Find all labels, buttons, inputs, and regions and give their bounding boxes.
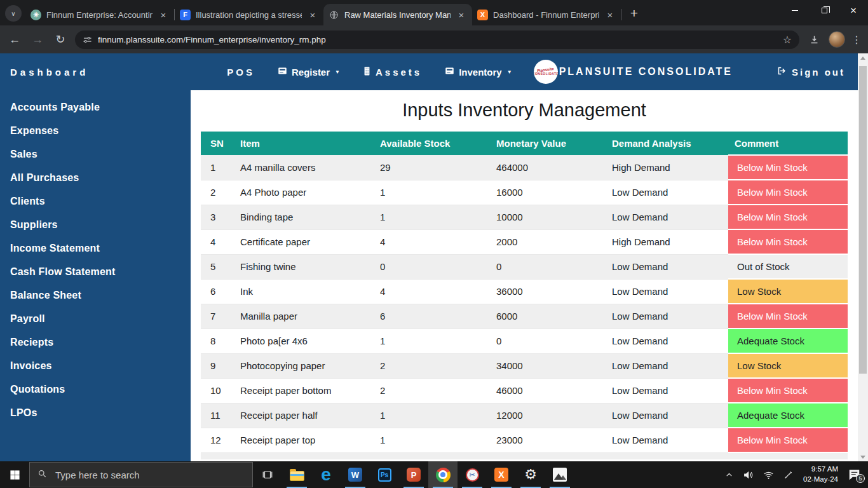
taskbar-app-snipping[interactable]: ✂ [458,461,487,488]
taskbar-app-xampp[interactable]: X [487,461,516,488]
nav-link-inventory[interactable]: Inventory▼ [445,66,512,78]
tab-close-icon[interactable]: × [604,9,616,20]
sidebar-item-accounts-payable[interactable]: Accounts Payable [0,95,191,119]
search-input[interactable] [54,469,245,481]
sidebar-item-sales[interactable]: Sales [0,142,191,166]
web-page: Dashboard POSRegister▼AssetsInventory▼ P… [0,53,868,461]
cell-item: Receipt paper half [234,403,374,428]
sidebar-item-quotations[interactable]: Quotations [0,377,191,401]
sidebar-item-payroll[interactable]: Payroll [0,307,191,330]
sidebar-item-cash-flow-statement[interactable]: Cash Flow Statement [0,260,191,283]
sidebar-item-invoices[interactable]: Invoices [0,354,191,377]
notification-center-icon[interactable]: 5 [848,468,862,481]
nav-link-register[interactable]: Register▼ [278,66,340,78]
explorer-icon [290,471,304,481]
browser-tab[interactable]: XDashboard - Finnum Enterprise× [472,4,621,25]
taskbar-app-explorer[interactable] [282,461,311,488]
register-icon [278,66,287,78]
taskbar-apps: eWPsP✂X⚙ [282,461,574,488]
tray-clock[interactable]: 9:57 AM 02-May-24 [803,464,838,484]
url-text[interactable]: finnum.planssuite.com/Finnum_enterprise/… [98,35,777,44]
taskbar-app-photoshop[interactable]: Ps [370,461,399,488]
cell-comment-status: Below Min Stock [728,155,848,180]
sidebar-item-reciepts[interactable]: Reciepts [0,330,191,354]
cell-comment-status: Below Min Stock [728,304,848,329]
sidebar-item-suppliers[interactable]: Suppliers [0,213,191,236]
scroll-down-arrow[interactable] [858,452,868,461]
profile-avatar[interactable] [829,31,845,48]
cell-monetary-value: 0 [490,329,606,353]
cell-sn: 11 [201,403,234,428]
tab-close-icon[interactable]: × [456,9,467,20]
browser-menu-icon[interactable]: ⋮ [851,34,862,46]
cell-item: Photocopying paper [234,353,374,378]
browser-tab[interactable]: ✳Finnum Enterprise: Accounting× [25,4,174,25]
tab-close-icon[interactable]: × [158,9,169,20]
minimize-button[interactable] [780,0,810,20]
sidebar-item-income-statement[interactable]: Income Statement [0,236,191,260]
tray-chevron-up-icon[interactable] [725,471,733,479]
sidebar-item-clients[interactable]: Clients [0,189,191,213]
new-tab-button[interactable]: + [625,4,643,22]
cell-comment-status: Below Min Stock [728,180,848,205]
brand[interactable]: Plansuite CONSOLIDATE PLANSUITE CONSOLID… [534,60,733,84]
taskbar-app-settings[interactable]: ⚙ [516,461,545,488]
bookmark-star-icon[interactable]: ☆ [783,34,792,46]
cell-demand-analysis: Low Demand [606,378,728,403]
nav-dashboard-link[interactable]: Dashboard [10,67,88,78]
taskbar-app-word[interactable]: W [341,461,370,488]
sidebar-item-lpos[interactable]: LPOs [0,401,191,424]
cell-available-stock: 1 [374,403,490,428]
cell-available-stock: 2 [374,353,490,378]
sign-out-button[interactable]: Sign out [777,66,845,78]
download-icon[interactable] [806,31,822,48]
taskbar-app-powerpoint[interactable]: P [399,461,428,488]
page-title: Inputs Inventory Management [191,100,858,121]
restore-button[interactable] [810,0,839,20]
sign-out-icon [777,66,787,78]
nav-link-pos[interactable]: POS [227,67,255,78]
assets-icon [363,66,371,78]
cell-sn: 4 [201,229,234,254]
back-button[interactable]: ← [6,31,23,48]
tab-close-icon[interactable]: × [307,9,318,20]
task-view-button[interactable] [253,461,282,488]
table-row: 1A4 manilla covers29464000High DemandBel… [201,155,848,180]
cell-comment-status: Below Min Stock [728,428,848,452]
taskbar-app-photos[interactable] [545,461,574,488]
close-button[interactable]: × [839,0,868,20]
volume-icon[interactable] [743,470,754,480]
pen-icon[interactable] [783,470,794,480]
cell-monetary-value: 16000 [490,180,606,205]
sidebar-item-all-purchases[interactable]: All Purchases [0,166,191,189]
site-info-icon[interactable] [83,35,92,44]
column-header-monetary-value: Monetary Value [490,132,606,155]
cell-demand-analysis: Low Demand [606,329,728,353]
taskbar-app-chrome[interactable] [428,461,458,488]
chevron-down-icon: ▼ [507,69,512,75]
scrollbar-thumb[interactable] [859,66,867,374]
nav-link-label: Register [292,67,330,78]
sidebar-item-expenses[interactable]: Expenses [0,119,191,142]
sidebar-item-balance-sheet[interactable]: Balance Sheet [0,283,191,307]
reload-button[interactable]: ↻ [52,31,69,48]
browser-tab[interactable]: Raw Materials Inventory Manag× [323,4,472,25]
forward-button[interactable]: → [29,31,46,48]
cell-available-stock: 4 [374,279,490,304]
table-row: 9Photocopying paper234000Low DemandLow S… [201,353,848,378]
xampp-favicon: X [477,10,488,20]
wifi-icon[interactable] [763,470,774,480]
cell-available-stock: 1 [374,428,490,452]
nav-link-assets[interactable]: Assets [363,66,422,78]
address-bar[interactable]: finnum.planssuite.com/Finnum_enterprise/… [75,30,799,49]
nav-link-label: Inventory [459,67,502,78]
browser-tab[interactable]: FIllustration depicting a stressed× [175,4,323,25]
tab-search-icon[interactable]: ∨ [5,5,22,22]
taskbar-search[interactable] [29,462,253,487]
chatgpt-favicon: ✳ [31,10,41,20]
taskbar-app-edge[interactable]: e [311,461,341,488]
start-button[interactable] [0,461,29,488]
page-scrollbar[interactable] [858,53,868,461]
tray-time: 9:57 AM [803,464,838,475]
scroll-up-arrow[interactable] [858,53,868,62]
